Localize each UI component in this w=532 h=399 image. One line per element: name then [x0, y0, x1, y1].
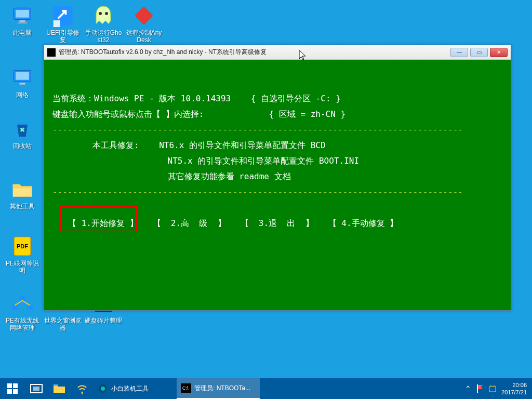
- desktop-icon-recycle[interactable]: 回收站: [3, 114, 42, 150]
- console-body[interactable]: 当前系统：Windows PE - 版本 10.0.14393 { 自选引导分区…: [44, 60, 511, 310]
- desktop-icon-label: 手动运行Ghost32: [84, 29, 123, 44]
- cmd-icon: [47, 48, 56, 57]
- desktop-icon-remote[interactable]: 远程控制AnyDesk: [125, 1, 163, 44]
- taskbar: 小白装机工具 C:\ 管理员: NTBOOTa... ⌃ 20:06 2017/…: [0, 378, 532, 399]
- svg-point-18: [105, 12, 108, 15]
- svg-rect-6: [20, 83, 25, 85]
- task-label: 管理员: NTBOOTa...: [194, 384, 250, 393]
- desktop-icon-label: 世界之窗浏览器: [44, 317, 82, 331]
- desktop-icon-network[interactable]: 网络: [3, 63, 42, 99]
- monitor-icon: [10, 3, 35, 28]
- svg-rect-3: [18, 22, 27, 24]
- svg-rect-28: [13, 389, 18, 394]
- desktop-icon-label: 硬盘碎片整理: [85, 317, 122, 324]
- window-title: 管理员: NTBOOTautofix v2.6.0 by chz_hlh and…: [59, 48, 450, 57]
- desktop-icon-other-tools[interactable]: 其他工具: [3, 175, 42, 210]
- wifi-icon: [76, 383, 88, 394]
- console-window: 管理员: NTBOOTautofix v2.6.0 by chz_hlh and…: [44, 45, 511, 311]
- svg-text:C:\: C:\: [182, 385, 189, 391]
- svg-rect-12: [27, 305, 33, 310]
- system-tray[interactable]: ⌃ 20:06 2017/7/21: [460, 381, 532, 396]
- svg-rect-25: [7, 383, 12, 388]
- taskview-button[interactable]: [25, 378, 48, 399]
- desktop-icon-ghost[interactable]: 手动运行Ghost32: [84, 1, 123, 44]
- console-line: 其它修复功能参看 readme 文档: [52, 169, 502, 184]
- desktop-icon-label: 此电脑: [13, 29, 32, 36]
- svg-rect-31: [54, 384, 58, 386]
- tray-icon[interactable]: [489, 384, 496, 393]
- app-icon: [98, 384, 108, 393]
- desktop-icon-uefi[interactable]: UEFI引导修复: [44, 1, 82, 44]
- ghost-icon: [91, 3, 116, 28]
- menu-start-fix[interactable]: 【 1.开始修复 】: [68, 216, 138, 231]
- task-xiaobaituoji[interactable]: 小白装机工具: [94, 378, 177, 399]
- app-icon: C:\: [181, 383, 191, 393]
- shortcut-icon: [50, 3, 75, 28]
- svg-rect-10: [12, 305, 18, 310]
- clock[interactable]: 20:06 2017/7/21: [501, 381, 527, 396]
- svg-rect-26: [13, 383, 18, 388]
- clock-time: 20:06: [501, 381, 527, 389]
- folder-icon: [53, 383, 65, 394]
- folder-icon: [10, 177, 35, 202]
- console-menu: 【 1.开始修复 】 【 2.高 级 】 【 3.退 出 】 【 4.手动修复 …: [52, 216, 502, 231]
- svg-point-34: [101, 387, 105, 391]
- menu-advanced[interactable]: 【 2.高 级 】: [153, 216, 226, 231]
- menu-exit[interactable]: 【 3.退 出 】: [241, 216, 314, 231]
- console-line: NT5.x 的引导文件和引导菜单配置文件 BOOT.INI: [52, 153, 502, 169]
- desktop-icon-pe-net-doc[interactable]: PDF PE联网等说明: [3, 232, 42, 274]
- flag-icon[interactable]: [476, 384, 484, 393]
- recycle-bin-icon: [10, 116, 35, 141]
- tray-chevron-icon[interactable]: ⌃: [465, 384, 471, 393]
- desktop-icon-label: 网络: [16, 91, 29, 99]
- desktop-icon-label: 其他工具: [10, 203, 35, 210]
- desktop-icon-computer[interactable]: 此电脑: [3, 1, 42, 36]
- svg-rect-7: [18, 123, 27, 124]
- desktop-icon-label: 远程控制AnyDesk: [125, 29, 163, 44]
- svg-rect-2: [20, 20, 25, 22]
- svg-rect-14: [54, 20, 60, 27]
- monitor-icon: [10, 65, 35, 90]
- svg-rect-30: [33, 387, 39, 391]
- desktop-icon-label: PE有线无线网络管理: [3, 317, 42, 331]
- wifi-button[interactable]: [71, 378, 94, 399]
- windows-icon: [7, 383, 18, 394]
- taskview-icon: [30, 384, 43, 393]
- svg-rect-27: [7, 389, 12, 394]
- console-separator: ----------------------------------------…: [52, 122, 502, 138]
- network-icon: [10, 291, 35, 316]
- svg-text:PDF: PDF: [17, 243, 28, 249]
- menu-manual-fix[interactable]: 【 4.手动修复 】: [328, 216, 398, 231]
- desktop-icon-label: UEFI引导修复: [44, 29, 82, 44]
- titlebar[interactable]: 管理员: NTBOOTautofix v2.6.0 by chz_hlh and…: [44, 45, 511, 60]
- minimize-button[interactable]: —: [450, 48, 468, 57]
- clock-date: 2017/7/21: [501, 389, 527, 396]
- console-line: 当前系统：Windows PE - 版本 10.0.14393 { 自选引导分区…: [52, 91, 502, 107]
- svg-rect-1: [16, 10, 29, 18]
- console-line: 本工具修复: NT6.x 的引导文件和引导菜单配置文件 BCD: [52, 138, 502, 153]
- start-button[interactable]: [0, 378, 25, 399]
- desktop-icon-label: 回收站: [13, 142, 32, 150]
- svg-point-17: [99, 12, 102, 15]
- svg-rect-37: [477, 384, 478, 393]
- pdf-icon: PDF: [10, 234, 35, 259]
- console-separator: ----------------------------------------…: [52, 184, 502, 200]
- task-ntboot[interactable]: C:\ 管理员: NTBOOTa...: [177, 378, 260, 399]
- maximize-button[interactable]: ▭: [470, 48, 488, 57]
- svg-rect-24: [135, 6, 153, 25]
- desktop-icon-pe-netmgr[interactable]: PE有线无线网络管理: [3, 289, 42, 331]
- explorer-button[interactable]: [48, 378, 71, 399]
- svg-rect-38: [489, 387, 496, 392]
- remote-icon: [131, 3, 156, 28]
- console-line: 键盘输入功能号或鼠标点击【 】内选择: { 区域 = zh-CN }: [52, 107, 502, 122]
- svg-rect-11: [20, 296, 25, 300]
- desktop-icon-label: PE联网等说明: [3, 260, 42, 274]
- svg-rect-5: [16, 72, 29, 80]
- close-button[interactable]: ✕: [490, 48, 508, 57]
- task-label: 小白装机工具: [111, 384, 149, 393]
